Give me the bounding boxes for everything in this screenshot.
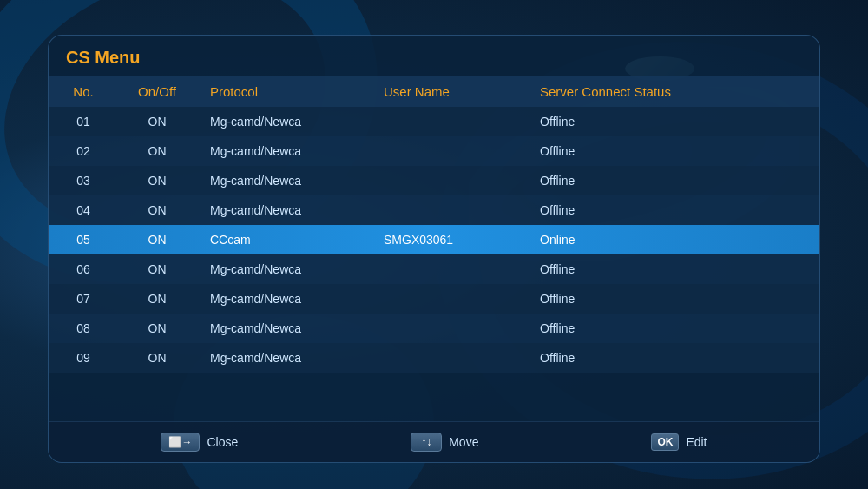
cell-no: 03 (49, 166, 118, 195)
cell-protocol: Mg-camd/Newca (196, 195, 370, 225)
dialog-title: CS Menu (49, 36, 819, 76)
cell-username (370, 166, 526, 195)
close-key-icon: ⬜→ (161, 433, 200, 452)
cell-status: Offline (526, 284, 819, 314)
col-header-protocol: Protocol (196, 76, 370, 107)
table-row[interactable]: 06 ON Mg-camd/Newca Offline (49, 254, 819, 284)
cell-status: Offline (526, 254, 819, 284)
ok-key-icon: OK (651, 433, 679, 451)
cell-username (370, 136, 526, 166)
cell-onoff: ON (118, 166, 196, 195)
cell-protocol: Mg-camd/Newca (196, 254, 370, 284)
cell-onoff: ON (118, 107, 196, 136)
close-label: Close (207, 435, 238, 449)
table-row[interactable]: 02 ON Mg-camd/Newca Offline (49, 136, 819, 166)
cell-protocol: Mg-camd/Newca (196, 343, 370, 373)
cell-onoff: ON (118, 343, 196, 373)
cell-status: Offline (526, 195, 819, 225)
cell-onoff: ON (118, 284, 196, 314)
cell-protocol: Mg-camd/Newca (196, 107, 370, 136)
cell-protocol: CCcam (196, 225, 370, 254)
table-row[interactable]: 07 ON Mg-camd/Newca Offline (49, 284, 819, 314)
table-header-row: No. On/Off Protocol User Name Server Con… (49, 76, 819, 107)
table-row[interactable]: 09 ON Mg-camd/Newca Offline (49, 343, 819, 373)
table-row[interactable]: 08 ON Mg-camd/Newca Offline (49, 314, 819, 343)
col-header-username: User Name (370, 76, 526, 107)
cell-protocol: Mg-camd/Newca (196, 166, 370, 195)
cell-status: Offline (526, 343, 819, 373)
cell-status: Offline (526, 107, 819, 136)
table-row[interactable]: 05 ON CCcam SMGX03061 Online (49, 225, 819, 254)
table-container: No. On/Off Protocol User Name Server Con… (49, 76, 819, 421)
cell-onoff: ON (118, 136, 196, 166)
table-row[interactable]: 04 ON Mg-camd/Newca Offline (49, 195, 819, 225)
cell-status: Online (526, 225, 819, 254)
cell-username (370, 343, 526, 373)
cell-protocol: Mg-camd/Newca (196, 314, 370, 343)
cs-menu-dialog: CS Menu No. On/Off Protocol User Name Se… (48, 35, 820, 463)
table-row[interactable]: 03 ON Mg-camd/Newca Offline (49, 166, 819, 195)
footer: ⬜→ Close ↑↓ Move OK Edit (49, 421, 819, 462)
server-table: No. On/Off Protocol User Name Server Con… (49, 76, 819, 373)
cell-no: 08 (49, 314, 118, 343)
footer-close[interactable]: ⬜→ Close (161, 433, 238, 452)
cell-protocol: Mg-camd/Newca (196, 136, 370, 166)
cell-status: Offline (526, 136, 819, 166)
table-body: 01 ON Mg-camd/Newca Offline 02 ON Mg-cam… (49, 107, 819, 373)
cell-no: 02 (49, 136, 118, 166)
cell-onoff: ON (118, 195, 196, 225)
cell-no: 07 (49, 284, 118, 314)
cell-no: 09 (49, 343, 118, 373)
cell-onoff: ON (118, 314, 196, 343)
footer-move[interactable]: ↑↓ Move (411, 433, 478, 452)
cell-no: 01 (49, 107, 118, 136)
cell-username (370, 254, 526, 284)
cell-username (370, 195, 526, 225)
col-header-status: Server Connect Status (526, 76, 819, 107)
cell-no: 06 (49, 254, 118, 284)
cell-username: SMGX03061 (370, 225, 526, 254)
table-row[interactable]: 01 ON Mg-camd/Newca Offline (49, 107, 819, 136)
cell-onoff: ON (118, 225, 196, 254)
edit-label: Edit (686, 435, 707, 449)
col-header-no: No. (49, 76, 118, 107)
col-header-onoff: On/Off (118, 76, 196, 107)
cell-username (370, 314, 526, 343)
cell-protocol: Mg-camd/Newca (196, 284, 370, 314)
cell-status: Offline (526, 166, 819, 195)
cell-status: Offline (526, 314, 819, 343)
move-label: Move (449, 435, 478, 449)
cell-no: 04 (49, 195, 118, 225)
cell-no: 05 (49, 225, 118, 254)
cell-username (370, 284, 526, 314)
move-key-icon: ↑↓ (411, 433, 442, 452)
cell-username (370, 107, 526, 136)
footer-edit[interactable]: OK Edit (651, 433, 707, 451)
cell-onoff: ON (118, 254, 196, 284)
